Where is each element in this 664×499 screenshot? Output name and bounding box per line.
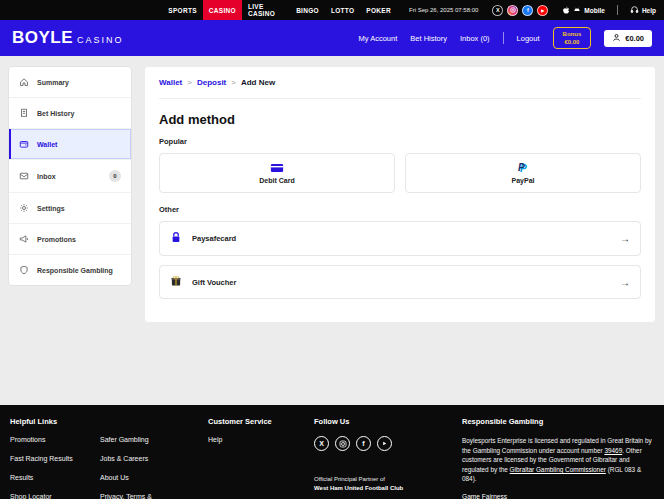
method-paysafecard[interactable]: Paysafecard → [159, 221, 641, 256]
method-paypal[interactable]: PP PayPal [405, 153, 641, 193]
footer-link-shop-locator[interactable]: Shop Locator [10, 493, 92, 499]
x-icon[interactable]: X [314, 436, 329, 451]
account-number-link[interactable]: 39469 [604, 447, 622, 454]
partner-club: West Ham United Football Club [314, 484, 452, 493]
x-icon[interactable]: X [492, 5, 503, 16]
bonus-value: €0.00 [563, 38, 582, 46]
popular-section-label: Popular [159, 137, 641, 146]
arrow-right-icon: → [620, 233, 630, 244]
footer-link-safer-gambling[interactable]: Safer Gambling [100, 436, 182, 443]
paysafecard-icon [170, 231, 182, 246]
footer-link-privacy-terms[interactable]: Privacy, Terms & [100, 493, 182, 499]
balance-value: €0.00 [625, 34, 644, 43]
topnav-casino[interactable]: CASINO [203, 0, 242, 20]
sidebar-item-bet-history[interactable]: Bet History [9, 98, 131, 129]
breadcrumb-wallet[interactable]: Wallet [159, 78, 182, 87]
mail-icon [19, 171, 29, 181]
page-title: Add method [159, 112, 641, 127]
footer-link-jobs-careers[interactable]: Jobs & Careers [100, 455, 182, 462]
sidebar-item-settings[interactable]: Settings [9, 193, 131, 224]
inbox-link[interactable]: Inbox (0) [460, 34, 490, 43]
footer: Helpful Links Promotions Safer Gambling … [0, 405, 664, 499]
footer-follow-us: Follow Us X f Official Principal Partner… [314, 417, 452, 499]
customer-service-links: Help [208, 436, 304, 443]
my-account-link[interactable]: My Account [359, 34, 398, 43]
main-panel: Wallet > Deposit > Add New Add method Po… [144, 66, 656, 405]
topnav-lotto[interactable]: LOTTO [325, 0, 360, 20]
footer-link-results[interactable]: Results [10, 474, 92, 481]
follow-us-title: Follow Us [314, 417, 452, 426]
gear-icon [19, 203, 29, 213]
instagram-icon[interactable] [335, 436, 350, 451]
bonus-button[interactable]: Bonus €0.00 [553, 27, 592, 50]
inbox-badge: 0 [109, 170, 121, 182]
method-label: PayPal [512, 177, 535, 184]
licensing-text: Boylesports Enterprise is licensed and r… [462, 436, 654, 484]
apple-icon [562, 6, 570, 15]
youtube-icon[interactable] [377, 436, 392, 451]
footer-responsible-gambling: Responsible Gambling Boylesports Enterpr… [462, 417, 654, 499]
topbar-divider [617, 5, 618, 15]
game-fairness-link[interactable]: Game Fairness [462, 493, 507, 499]
sidebar: Summary Bet History Wallet Inbox 0 Set [8, 66, 132, 286]
content-area: Summary Bet History Wallet Inbox 0 Set [0, 56, 664, 405]
topnav-live-casino[interactable]: LIVE CASINO [242, 0, 290, 20]
paypal-p-front: P [518, 163, 525, 173]
topnav-sports[interactable]: SPORTS [162, 0, 203, 20]
footer-helpful-links: Helpful Links Promotions Safer Gambling … [10, 417, 198, 499]
sidebar-item-label: Responsible Gambling [37, 267, 113, 274]
headset-icon [630, 5, 639, 15]
add-method-card: Wallet > Deposit > Add New Add method Po… [144, 66, 656, 323]
logout-link[interactable]: Logout [517, 34, 540, 43]
helpful-links-list: Promotions Safer Gambling Fast Racing Re… [10, 436, 198, 499]
facebook-icon[interactable]: f [356, 436, 371, 451]
paypal-icon: PP [518, 163, 528, 174]
partner-line: Official Principal Partner of [314, 475, 452, 484]
responsible-gambling-title: Responsible Gambling [462, 417, 654, 426]
sidebar-item-inbox[interactable]: Inbox 0 [9, 160, 131, 193]
home-icon [19, 77, 29, 87]
method-debit-card[interactable]: Debit Card [159, 153, 395, 193]
sidebar-item-wallet[interactable]: Wallet [9, 129, 131, 160]
method-gift-voucher[interactable]: Gift Voucher → [159, 265, 641, 299]
arrow-right-icon: → [620, 277, 630, 288]
person-icon [612, 33, 621, 44]
breadcrumb-current: Add New [241, 78, 275, 87]
customer-service-title: Customer Service [208, 417, 304, 426]
balance-button[interactable]: €0.00 [604, 30, 652, 47]
footer-link-promotions[interactable]: Promotions [10, 436, 92, 443]
topnav-poker[interactable]: POKER [360, 0, 397, 20]
partner-note: Official Principal Partner of West Ham U… [314, 475, 452, 493]
header-divider [503, 32, 504, 44]
footer-link-about-us[interactable]: About Us [100, 474, 182, 481]
breadcrumb: Wallet > Deposit > Add New [159, 67, 641, 99]
mobile-apps-link[interactable]: Mobile [562, 6, 605, 15]
logo-primary-text: BOYLE [12, 28, 73, 48]
sidebar-item-label: Summary [37, 79, 69, 86]
method-label: Paysafecard [192, 234, 236, 243]
android-icon [573, 6, 581, 15]
account-links: My Account Bet History Inbox (0) Logout … [359, 27, 652, 50]
footer-link-help[interactable]: Help [208, 436, 304, 443]
help-label: Help [642, 7, 656, 14]
gibraltar-commissioner-link[interactable]: Gibraltar Gambling Commissioner [510, 466, 606, 473]
sidebar-item-responsible-gambling[interactable]: Responsible Gambling [9, 255, 131, 285]
breadcrumb-deposit[interactable]: Deposit [197, 78, 226, 87]
sidebar-item-summary[interactable]: Summary [9, 67, 131, 98]
topnav-bingo[interactable]: BINGO [290, 0, 325, 20]
other-section-label: Other [159, 205, 641, 214]
instagram-icon[interactable] [507, 5, 518, 16]
sidebar-item-label: Bet History [37, 110, 74, 117]
top-utility-bar: SPORTS CASINO LIVE CASINO BINGO LOTTO PO… [0, 0, 664, 20]
footer-link-fast-racing-results[interactable]: Fast Racing Results [10, 455, 92, 462]
help-link[interactable]: Help [630, 5, 656, 15]
facebook-icon[interactable]: f [522, 5, 533, 16]
bet-history-link[interactable]: Bet History [410, 34, 447, 43]
helpful-links-title: Helpful Links [10, 417, 198, 426]
sidebar-item-promotions[interactable]: Promotions [9, 224, 131, 255]
bonus-label: Bonus [563, 30, 582, 38]
youtube-icon[interactable]: ▶ [537, 5, 548, 16]
boyle-casino-logo[interactable]: BOYLE CASINO [12, 28, 124, 48]
sidebar-item-label: Wallet [37, 141, 57, 148]
megaphone-icon [19, 234, 29, 244]
